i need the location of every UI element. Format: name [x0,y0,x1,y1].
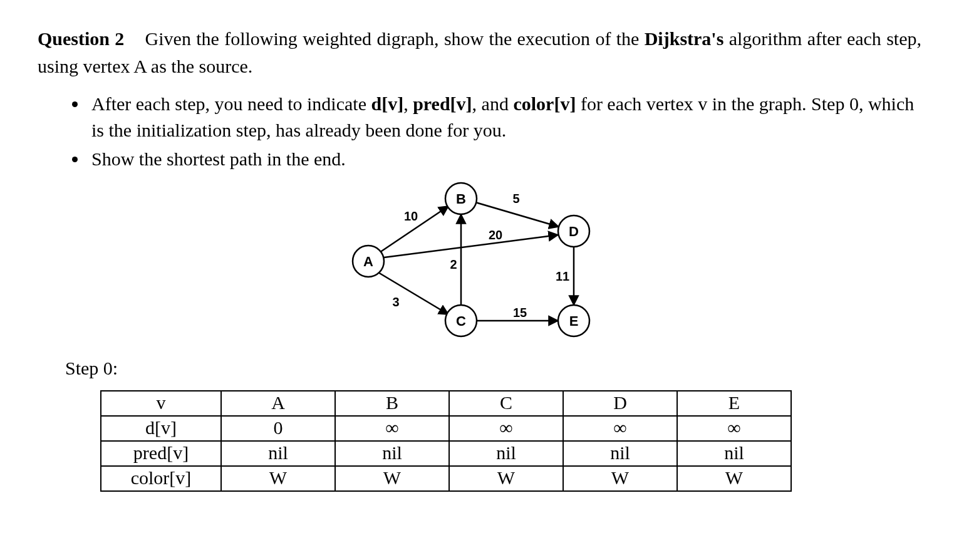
step0-table: v A B C D E d[v] 0 ∞ ∞ ∞ ∞ pred[v] nil n… [100,390,792,492]
sep: , [403,93,413,114]
cell: nil [563,441,677,466]
edge-label-bd: 5 [512,192,519,205]
edge-label-ad: 20 [488,228,502,242]
dv-bold: d[v] [371,93,403,114]
cell: W [563,466,677,491]
col-header: E [677,391,791,416]
node-label-b: B [456,191,466,207]
question-text-before: Given the following weighted digraph, sh… [145,28,645,49]
node-label-d: D [569,224,579,239]
pred-bold: pred[v] [413,93,472,114]
header-v: v [101,391,221,416]
edge-label-ac: 3 [392,295,399,309]
edge-label-cb: 2 [450,257,457,271]
cell: W [335,466,449,491]
edge-b-d [475,202,559,227]
bullet-list: After each step, you need to indicate d[… [38,91,921,172]
cell: W [677,466,791,491]
question-prompt: Question 2 Given the following weighted … [38,25,921,80]
cell: 0 [221,416,335,441]
row-header-color: color[v] [101,466,221,491]
cell: nil [677,441,791,466]
table-row: v A B C D E [101,391,791,416]
col-header: A [221,391,335,416]
edge-a-c [378,272,448,314]
cell: W [449,466,563,491]
list-item: After each step, you need to indicate d[… [88,91,921,143]
cell: ∞ [449,416,563,441]
cell: ∞ [677,416,791,441]
graph-container: 10 20 3 2 5 15 11 A B C [38,180,921,343]
edge-label-ab: 10 [403,209,417,223]
col-header: C [449,391,563,416]
cell: W [221,466,335,491]
graph-svg: 10 20 3 2 5 15 11 A B C [342,180,618,343]
cell: ∞ [563,416,677,441]
algorithm-name: Dijkstra's [645,28,724,49]
table-row: color[v] W W W W W [101,466,791,491]
table-row: pred[v] nil nil nil nil nil [101,441,791,466]
bullet1-text-a: After each step, you need to indicate [91,93,371,114]
page: Question 2 Given the following weighted … [0,0,959,560]
row-header-d: d[v] [101,416,221,441]
row-header-pred: pred[v] [101,441,221,466]
node-label-e: E [569,313,578,329]
cell: nil [335,441,449,466]
sep: , and [472,93,514,114]
cell: nil [449,441,563,466]
col-header: D [563,391,677,416]
cell: ∞ [335,416,449,441]
table-row: d[v] 0 ∞ ∞ ∞ ∞ [101,416,791,441]
edge-label-de: 11 [555,269,569,283]
cell: nil [221,441,335,466]
bullet2-text: Show the shortest path in the end. [91,148,346,169]
node-label-a: A [363,254,373,269]
edge-a-d [384,235,558,257]
list-item: Show the shortest path in the end. [88,146,921,172]
step-label: Step 0: [65,358,921,379]
node-label-c: C [456,313,466,329]
col-header: B [335,391,449,416]
edge-label-ce: 15 [512,306,526,319]
color-bold: color[v] [513,93,576,114]
question-label: Question 2 [38,28,124,49]
